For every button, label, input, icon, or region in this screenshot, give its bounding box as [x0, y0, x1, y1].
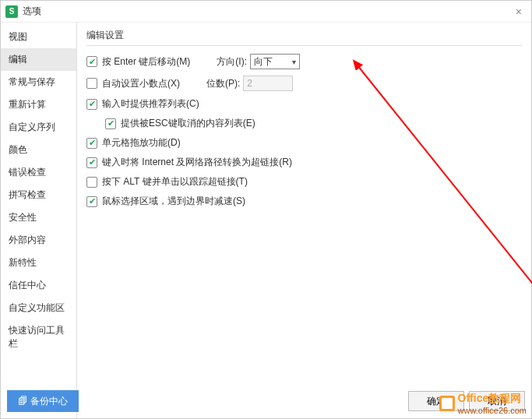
- sidebar-item-1[interactable]: 编辑: [1, 48, 76, 71]
- direction-select[interactable]: 向下: [250, 54, 300, 69]
- content-panel: 编辑设置 按 Enter 键后移动(M) 方向(I): 向下 自动设置小数点(X…: [77, 23, 531, 418]
- sidebar-item-13[interactable]: 快速访问工具栏: [1, 319, 76, 355]
- app-icon: S: [5, 5, 18, 18]
- backup-center-button[interactable]: 🗐 备份中心: [7, 390, 79, 412]
- esc-list-checkbox[interactable]: [105, 118, 116, 129]
- auto-decimal-checkbox[interactable]: [86, 78, 97, 89]
- esc-list-label: 提供被ESC键取消的内容列表(E): [121, 117, 255, 130]
- sidebar-item-9[interactable]: 外部内容: [1, 229, 76, 252]
- enter-move-label: 按 Enter 键后移动(M): [102, 55, 190, 69]
- alt-click-checkbox[interactable]: [86, 177, 97, 188]
- sidebar-item-11[interactable]: 信任中心: [1, 274, 76, 297]
- hyperlink-label: 键入时将 Internet 及网络路径转换为超链接(R): [102, 156, 292, 169]
- sidebar-item-4[interactable]: 自定义序列: [1, 116, 76, 139]
- ok-button[interactable]: 确定: [408, 391, 464, 411]
- sidebar-item-2[interactable]: 常规与保存: [1, 71, 76, 93]
- sidebar-item-6[interactable]: 错误检查: [1, 161, 76, 184]
- sidebar: 视图编辑常规与保存重新计算自定义序列颜色错误检查拼写检查安全性外部内容新特性信任…: [1, 23, 77, 418]
- auto-decimal-label: 自动设置小数点(X): [102, 77, 180, 90]
- digits-input: 2: [243, 76, 293, 91]
- sidebar-item-0[interactable]: 视图: [1, 26, 76, 48]
- cancel-button[interactable]: 取消: [469, 391, 525, 411]
- sidebar-item-7[interactable]: 拼写检查: [1, 184, 76, 206]
- section-title: 编辑设置: [86, 29, 522, 46]
- sidebar-item-5[interactable]: 颜色: [1, 139, 76, 161]
- push-list-checkbox[interactable]: [86, 99, 97, 110]
- alt-click-label: 按下 ALT 键并单击以跟踪超链接(T): [102, 175, 248, 188]
- mouse-slow-checkbox[interactable]: [86, 196, 97, 207]
- direction-label: 方向(I):: [217, 55, 247, 69]
- hyperlink-checkbox[interactable]: [86, 157, 97, 168]
- sidebar-item-3[interactable]: 重新计算: [1, 93, 76, 116]
- close-icon[interactable]: ×: [511, 4, 527, 19]
- enter-move-checkbox[interactable]: [86, 56, 97, 67]
- drag-fill-label: 单元格拖放功能(D): [102, 136, 181, 150]
- drag-fill-checkbox[interactable]: [86, 138, 97, 149]
- window-title: 选项: [23, 5, 41, 18]
- floppy-icon: 🗐: [18, 396, 27, 407]
- sidebar-item-8[interactable]: 安全性: [1, 206, 76, 229]
- digits-label: 位数(P):: [206, 77, 240, 90]
- mouse-slow-label: 鼠标选择区域，遇到边界时减速(S): [102, 195, 245, 208]
- sidebar-item-10[interactable]: 新特性: [1, 252, 76, 274]
- push-list-label: 输入时提供推荐列表(C): [102, 97, 199, 111]
- titlebar: S 选项 ×: [1, 1, 531, 23]
- sidebar-item-12[interactable]: 自定义功能区: [1, 297, 76, 319]
